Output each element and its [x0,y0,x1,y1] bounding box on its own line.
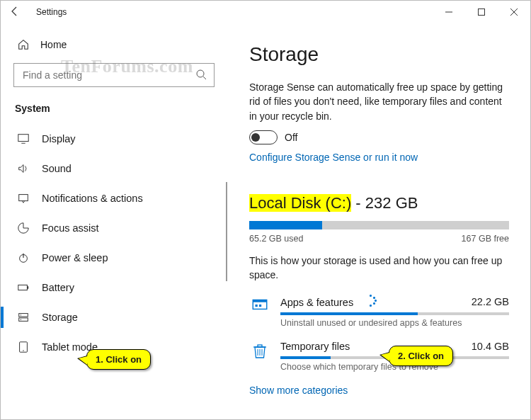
storage-sense-toggle[interactable] [249,130,278,144]
nav-label: Notifications & actions [42,193,143,204]
category-name: Temporary files [280,341,350,352]
svg-rect-27 [258,345,262,347]
svg-rect-8 [19,195,28,201]
nav-item-display[interactable]: Display [1,124,227,154]
category-temporary-files[interactable]: Temporary files10.4 GBChoose which tempo… [249,341,509,372]
svg-line-5 [203,76,206,79]
nav-label: Tablet mode [42,341,98,353]
category-apps-features[interactable]: Apps & features22.2 GBUninstall unused o… [249,295,509,328]
svg-rect-6 [18,135,28,142]
disk-used-label: 65.2 GB used [249,234,303,244]
category-hint: Choose which temporary files to remove [280,362,509,372]
nav-label: Focus assist [42,222,99,234]
close-button[interactable] [498,1,530,23]
nav-item-power-sleep[interactable]: Power & sleep [1,243,227,273]
nav-item-tablet-mode[interactable]: Tablet mode [1,332,227,362]
svg-rect-13 [19,314,28,317]
category-hint: Uninstall unused or undesired apps & fea… [280,318,509,328]
content: Storage Storage Sense can automatically … [227,23,530,419]
category-size: 22.2 GB [472,296,509,307]
loading-spinner [365,295,376,306]
home-link[interactable]: Home [13,30,215,63]
titlebar: Settings [1,1,530,23]
category-bar [280,312,509,315]
storage-sense-desc: Storage Sense can automatically free up … [249,80,509,123]
back-button[interactable] [9,6,32,19]
power-icon [16,251,30,265]
show-more-link[interactable]: Show more categories [249,385,348,396]
disk-usage-bar [249,221,509,229]
nav-item-focus-assist[interactable]: Focus assist [1,213,227,243]
search-input[interactable] [13,63,215,87]
window-title: Settings [32,7,433,17]
minimize-button[interactable] [433,1,465,23]
trash-icon [249,341,270,361]
svg-point-4 [197,70,204,77]
toggle-state-label: Off [285,132,297,143]
category-name: Apps & features [280,295,376,308]
disk-heading: Local Disk (C:) - 232 GB [249,194,509,212]
category-size: 10.4 GB [472,341,509,352]
nav-item-storage[interactable]: Storage [1,302,227,332]
svg-rect-20 [253,300,267,302]
svg-point-16 [21,319,21,319]
nav-item-battery[interactable]: Battery [1,273,227,302]
usage-desc: This is how your storage is used and how… [249,254,509,283]
notifications-icon [16,191,30,205]
nav-list: DisplaySoundNotifications & actionsFocus… [13,124,215,362]
home-label: Home [40,39,67,50]
search-icon [195,69,207,82]
disk-capacity: 232 GB [365,194,418,212]
tablet-icon [16,340,30,354]
search-field[interactable] [21,69,195,81]
svg-rect-22 [259,305,261,307]
page-title: Storage [249,43,509,66]
storage-icon [16,310,30,324]
sound-icon [16,161,30,176]
nav-item-sound[interactable]: Sound [1,154,227,183]
battery-icon [16,280,30,295]
maximize-button[interactable] [465,1,498,23]
category-bar [280,356,509,359]
sidebar: Home System DisplaySoundNotifications & … [1,23,227,419]
configure-link[interactable]: Configure Storage Sense or run it now [249,152,418,163]
focus-icon [16,221,30,235]
svg-rect-11 [18,285,28,290]
svg-point-18 [23,350,23,351]
nav-label: Display [42,133,76,144]
home-icon [16,38,30,52]
disk-name: Local Disk (C:) [249,194,351,212]
nav-label: Storage [42,312,78,323]
section-label: System [13,100,215,124]
nav-label: Sound [42,163,72,174]
svg-rect-1 [479,9,485,16]
svg-rect-21 [256,305,258,307]
nav-item-notifications-actions[interactable]: Notifications & actions [1,183,227,213]
svg-rect-14 [19,318,28,322]
display-icon [16,132,30,146]
disk-free-label: 167 GB free [462,234,509,244]
svg-rect-12 [27,286,28,289]
nav-label: Battery [42,282,74,293]
nav-label: Power & sleep [42,252,108,263]
apps-icon [249,295,270,314]
svg-point-15 [21,314,21,315]
